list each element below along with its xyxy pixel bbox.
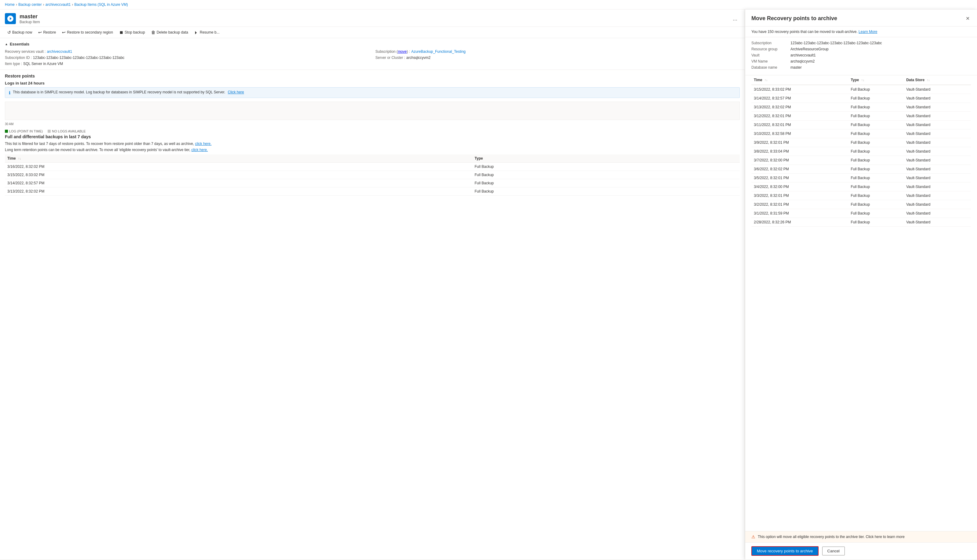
- panel-recovery-table: Time ↑↓ Type ↑↓ Data Store ↑↓ 3/15/2022,…: [752, 75, 971, 227]
- panel-row-store: Vault-Standard: [904, 156, 971, 165]
- delete-backup-button[interactable]: 🗑 Delete backup data: [149, 29, 190, 36]
- restore-secondary-button[interactable]: ↩ Restore to secondary region: [60, 29, 115, 36]
- list-item: 3/6/2022, 8:32:02 PM Full Backup Vault-S…: [752, 165, 971, 173]
- type-col-header[interactable]: Type: [472, 154, 740, 163]
- learn-more-link[interactable]: Learn More: [858, 30, 877, 34]
- meta-rg-value: ArchiveResourceGroup: [790, 47, 828, 51]
- panel-datastore-col[interactable]: Data Store ↑↓: [904, 75, 971, 85]
- chart-x-label: 30 AM: [5, 122, 740, 126]
- breadcrumb-home[interactable]: Home: [5, 2, 15, 7]
- more-button[interactable]: ...: [730, 14, 740, 23]
- filter-click-here-1[interactable]: click here.: [195, 142, 212, 146]
- legend-no-logs: NO LOGS AVAILABLE: [48, 129, 85, 133]
- panel-row-time: 3/8/2022, 8:33:04 PM: [752, 147, 848, 156]
- backup-now-button[interactable]: ↺ Backup now: [5, 29, 35, 36]
- panel-row-type: Full Backup: [848, 156, 904, 165]
- panel-row-type: Full Backup: [848, 191, 904, 200]
- stop-backup-button[interactable]: ⏹ Stop backup: [117, 29, 147, 36]
- vault-value: archiveccvault1: [47, 50, 72, 54]
- panel-row-store: Vault-Standard: [904, 112, 971, 120]
- panel-row-type: Full Backup: [848, 120, 904, 129]
- essentials-row-subscription: Subscription (move) : AzureBackup_Functi…: [376, 50, 740, 54]
- panel-row-store: Vault-Standard: [904, 94, 971, 103]
- panel-row-store: Vault-Standard: [904, 173, 971, 182]
- full-diff-title: Full and differential backups in last 7 …: [5, 134, 740, 139]
- meta-row-rg: Resource group ArchiveResourceGroup: [752, 47, 971, 51]
- subscription-link[interactable]: AzureBackup_Functional_Testing: [411, 50, 466, 54]
- item-title-area: master Backup Item: [20, 13, 726, 24]
- resume-backup-label: Resume b...: [200, 30, 219, 35]
- table-row: 3/15/2022, 8:33:02 PM Full Backup: [5, 171, 740, 179]
- meta-rg-label: Resource group: [752, 47, 788, 51]
- subscription-value: AzureBackup_Functional_Testing: [411, 50, 466, 54]
- subid-value: 123abc-123abc-123abc-123abc-123abc-123ab…: [33, 55, 125, 60]
- legend-no-logs-label: NO LOGS AVAILABLE: [52, 129, 85, 133]
- move-link[interactable]: move: [398, 50, 407, 54]
- list-item: 3/4/2022, 8:32:00 PM Full Backup Vault-S…: [752, 182, 971, 191]
- list-item: 3/8/2022, 8:33:04 PM Full Backup Vault-S…: [752, 147, 971, 156]
- filter-text-2: Long term retention points can be moved …: [5, 148, 740, 152]
- restore-icon: ↩: [38, 30, 42, 35]
- stop-backup-label: Stop backup: [125, 30, 145, 35]
- meta-subscription-label: Subscription: [752, 41, 788, 45]
- time-col-header[interactable]: Time ↑↓: [5, 154, 472, 163]
- full-diff-table-container: Time ↑↓ Type 3/16/2022, 8:32:02 PM Full …: [5, 154, 740, 196]
- meta-vmname-value: archsqlccyvm2: [790, 59, 815, 63]
- panel-row-store: Vault-Standard: [904, 200, 971, 209]
- row-time: 3/16/2022, 8:32:02 PM: [5, 163, 472, 171]
- panel-close-button[interactable]: ✕: [964, 14, 971, 23]
- server-value: archsqlccyvm2: [406, 55, 431, 60]
- row-type: Full Backup: [472, 171, 740, 179]
- breadcrumb-backup-center[interactable]: Backup center: [18, 2, 42, 7]
- essentials-row-itemtype: Item type : SQL Server in Azure VM: [5, 62, 369, 66]
- essentials-chevron: ▲: [5, 42, 8, 46]
- panel-row-type: Full Backup: [848, 103, 904, 112]
- panel-row-store: Vault-Standard: [904, 103, 971, 112]
- panel-time-col[interactable]: Time ↑↓: [752, 75, 848, 85]
- cancel-button[interactable]: Cancel: [822, 547, 845, 555]
- meta-vault-label: Vault: [752, 53, 788, 57]
- panel-row-type: Full Backup: [848, 182, 904, 191]
- vault-link[interactable]: archiveccvault1: [47, 50, 72, 54]
- breadcrumb-backup-items[interactable]: Backup Items (SQL in Azure VM): [74, 2, 128, 7]
- filter-click-here-2[interactable]: click here.: [191, 148, 208, 152]
- essentials-row-subid: Subscription ID : 123abc-123abc-123abc-1…: [5, 55, 369, 60]
- list-item: 3/1/2022, 8:31:59 PM Full Backup Vault-S…: [752, 209, 971, 218]
- panel-row-store: Vault-Standard: [904, 120, 971, 129]
- essentials-grid: Recovery services vault : archiveccvault…: [5, 50, 740, 66]
- panel-row-time: 3/7/2022, 8:32:00 PM: [752, 156, 848, 165]
- breadcrumb-vault[interactable]: archiveccvault1: [45, 2, 71, 7]
- restore-button[interactable]: ↩ Restore: [36, 29, 58, 36]
- list-item: 3/2/2022, 8:32:01 PM Full Backup Vault-S…: [752, 200, 971, 209]
- essentials-header[interactable]: ▲ Essentials: [5, 42, 740, 47]
- warning-text: This option will move all eligible recov…: [758, 535, 905, 539]
- panel-type-col[interactable]: Type ↑↓: [848, 75, 904, 85]
- panel-row-store: Vault-Standard: [904, 218, 971, 227]
- row-type: Full Backup: [472, 163, 740, 171]
- info-icon: ℹ: [9, 90, 10, 95]
- list-item: 3/15/2022, 8:33:02 PM Full Backup Vault-…: [752, 85, 971, 94]
- move-recovery-points-button[interactable]: Move recovery points to archive: [752, 546, 818, 556]
- logs-info-bar: ℹ This database is in SIMPLE recovery mo…: [5, 87, 740, 98]
- panel-meta: Subscription 123abc-123abc-123abc-123abc…: [745, 37, 977, 75]
- panel-row-time: 3/12/2022, 8:32:01 PM: [752, 112, 848, 120]
- row-time: 3/15/2022, 8:33:02 PM: [5, 171, 472, 179]
- vault-label: Recovery services vault :: [5, 50, 45, 54]
- panel-row-type: Full Backup: [848, 138, 904, 147]
- backup-now-label: Backup now: [12, 30, 32, 35]
- panel-row-type: Full Backup: [848, 94, 904, 103]
- list-item: 3/13/2022, 8:32:02 PM Full Backup Vault-…: [752, 103, 971, 112]
- panel-row-store: Vault-Standard: [904, 165, 971, 173]
- resume-backup-button[interactable]: ⏵ Resume b...: [192, 29, 222, 36]
- panel-row-store: Vault-Standard: [904, 209, 971, 218]
- logs-click-here[interactable]: Click here: [228, 90, 244, 94]
- row-time: 3/13/2022, 8:32:02 PM: [5, 187, 472, 196]
- item-header: master Backup Item ...: [0, 10, 745, 27]
- logs-section-title: Logs in last 24 hours: [5, 81, 740, 85]
- panel-row-type: Full Backup: [848, 173, 904, 182]
- essentials-row-vault: Recovery services vault : archiveccvault…: [5, 50, 369, 54]
- restore-points-section: Restore points Logs in last 24 hours ℹ T…: [0, 70, 745, 199]
- panel-subtitle-text: You have 150 recovery points that can be…: [752, 30, 858, 34]
- item-icon: [5, 13, 16, 24]
- meta-row-dbname: Database name master: [752, 65, 971, 70]
